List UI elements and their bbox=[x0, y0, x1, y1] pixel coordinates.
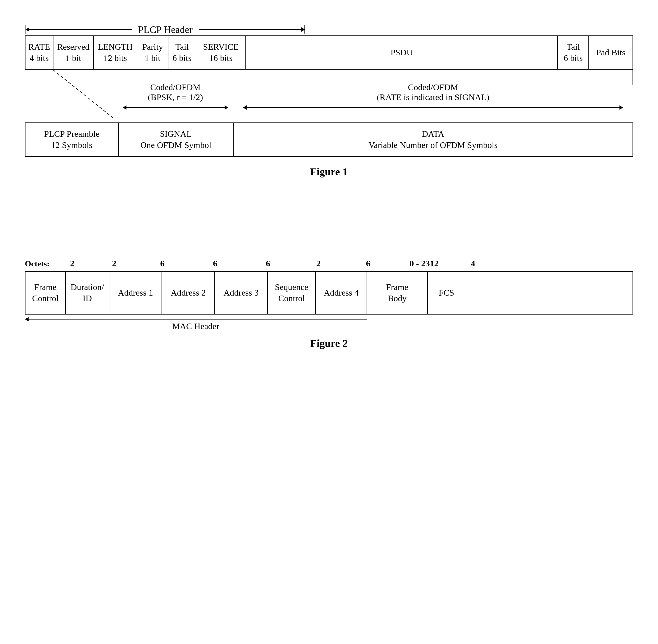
octets-row: Octets: 2 2 6 6 6 2 6 0 - 2312 4 bbox=[25, 259, 633, 269]
page-content: PLCP Header RATE 4 bits Reserved 1 bit bbox=[25, 25, 633, 349]
figure2-caption: Figure 2 bbox=[25, 338, 633, 349]
figure1-caption: Figure 1 bbox=[25, 166, 633, 178]
plcp-cells-row: RATE 4 bits Reserved 1 bit LENGTH 12 bit… bbox=[25, 36, 633, 70]
octet-val-8: 4 bbox=[454, 259, 492, 269]
octet-val-4: 6 bbox=[241, 259, 294, 269]
mac-cell-sequence: Sequence Control bbox=[268, 272, 316, 314]
mac-header-arrow-section: MAC Header bbox=[25, 317, 633, 331]
mac-cell-fcs: FCS bbox=[428, 272, 465, 314]
bottom-cell-signal: SIGNAL One OFDM Symbol bbox=[119, 123, 234, 156]
mac-cell-address2: Address 2 bbox=[162, 272, 215, 314]
coded-bpsk-label: Coded/OFDM (BPSK, r = 1/2) bbox=[148, 83, 203, 102]
octet-val-2: 6 bbox=[136, 259, 189, 269]
svg-line-0 bbox=[53, 70, 115, 119]
octet-val-5: 2 bbox=[294, 259, 343, 269]
bottom-row: PLCP Preamble 12 Symbols SIGNAL One OFDM… bbox=[25, 122, 633, 157]
octet-val-0: 2 bbox=[52, 259, 92, 269]
mac-cell-frame-control: Frame Control bbox=[25, 272, 66, 314]
mac-cell-address1: Address 1 bbox=[109, 272, 162, 314]
bottom-cell-preamble: PLCP Preamble 12 Symbols bbox=[25, 123, 119, 156]
middle-section: Coded/OFDM (BPSK, r = 1/2) Coded/OFDM (R… bbox=[25, 70, 633, 122]
plcp-header-section: PLCP Header bbox=[25, 25, 633, 34]
octets-label: Octets: bbox=[25, 259, 49, 269]
octet-val-1: 2 bbox=[92, 259, 136, 269]
plcp-cell-parity: Parity 1 bit bbox=[137, 36, 168, 69]
mac-cell-frame-body: Frame Body bbox=[367, 272, 428, 314]
bottom-cell-data: DATA Variable Number of OFDM Symbols bbox=[234, 123, 633, 156]
octet-val-6: 6 bbox=[343, 259, 394, 269]
plcp-cell-length: LENGTH 12 bits bbox=[94, 36, 137, 69]
mac-cell-address3: Address 3 bbox=[215, 272, 268, 314]
plcp-cell-reserved: Reserved 1 bit bbox=[53, 36, 94, 69]
plcp-cell-tail2: Tail 6 bits bbox=[558, 36, 589, 69]
plcp-cell-padbits: Pad Bits bbox=[589, 36, 633, 69]
mac-cell-duration: Duration/ ID bbox=[66, 272, 109, 314]
mac-header-label: MAC Header bbox=[25, 321, 367, 331]
plcp-cell-psdu: PSDU bbox=[246, 36, 558, 69]
mac-cells-row: Frame Control Duration/ ID Address 1 Add… bbox=[25, 271, 633, 315]
plcp-cell-tail1: Tail 6 bits bbox=[168, 36, 196, 69]
octet-val-3: 6 bbox=[189, 259, 241, 269]
coded-ofdm-label: Coded/OFDM (RATE is indicated in SIGNAL) bbox=[377, 83, 489, 102]
plcp-cell-service: SERVICE 16 bits bbox=[196, 36, 246, 69]
plcp-cell-rate: RATE 4 bits bbox=[25, 36, 53, 69]
figure2-container: Octets: 2 2 6 6 6 2 6 0 - 2312 4 Frame C… bbox=[25, 259, 633, 349]
octet-val-7: 0 - 2312 bbox=[394, 259, 454, 269]
plcp-header-label: PLCP Header bbox=[132, 24, 199, 36]
figure1-container: PLCP Header RATE 4 bits Reserved 1 bit bbox=[25, 25, 633, 178]
mac-cell-address4: Address 4 bbox=[316, 272, 367, 314]
